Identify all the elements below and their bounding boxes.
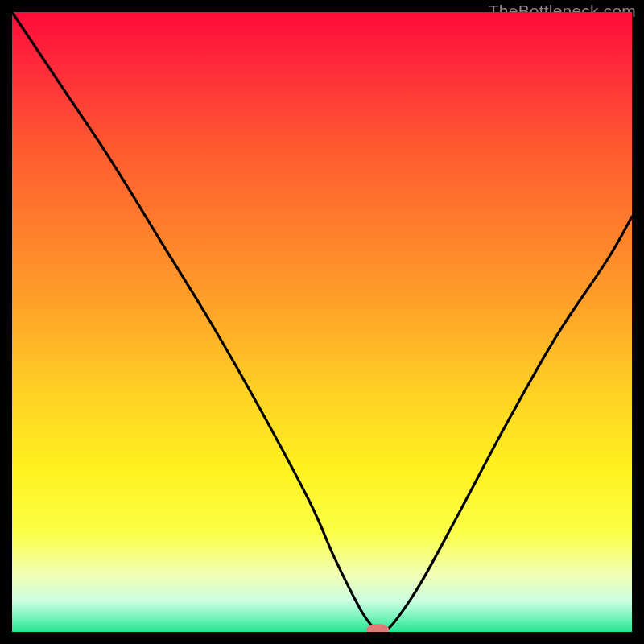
bottleneck-curve bbox=[12, 12, 632, 632]
curve-path bbox=[12, 12, 632, 632]
chart-frame: TheBottleneck.com bbox=[0, 0, 644, 644]
plot-area bbox=[12, 12, 632, 632]
